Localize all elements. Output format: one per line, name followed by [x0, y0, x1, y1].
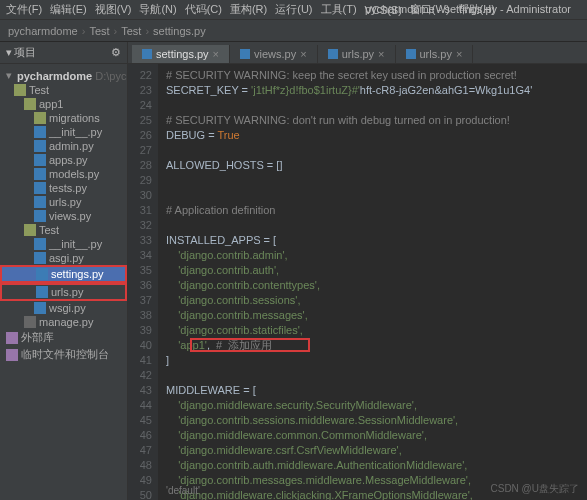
code-line[interactable]: 'django.contrib.sessions.middleware.Sess…	[166, 413, 587, 428]
tree-label: admin.py	[49, 140, 94, 152]
code-line[interactable]	[166, 218, 587, 233]
tree-item[interactable]: 临时文件和控制台	[0, 346, 127, 363]
crumb[interactable]: pycharmdome	[8, 25, 78, 37]
tree-item[interactable]: views.py	[0, 209, 127, 223]
code-line[interactable]: 'django.contrib.sessions',	[166, 293, 587, 308]
code-line[interactable]: ]	[166, 353, 587, 368]
tree-item[interactable]: admin.py	[0, 139, 127, 153]
tree-item[interactable]: tests.py	[0, 181, 127, 195]
py-icon	[34, 238, 46, 250]
editor-tab[interactable]: views.py×	[230, 45, 318, 63]
close-icon[interactable]: ×	[300, 48, 306, 60]
tree-label: tests.py	[49, 182, 87, 194]
breadcrumb: pycharmdome›Test›Test›settings.py	[0, 20, 587, 42]
sidebar-title: 项目	[14, 45, 36, 60]
py-icon	[34, 126, 46, 138]
close-icon[interactable]: ×	[456, 48, 462, 60]
code-line[interactable]: DEBUG = True	[166, 128, 587, 143]
code-line[interactable]	[166, 173, 587, 188]
code-line[interactable]: SECRET_KEY = 'j1tHf*z}d!fbo$1irtuZ}#'hft…	[166, 83, 587, 98]
tree-item[interactable]: settings.py	[2, 267, 125, 281]
code-line[interactable]	[166, 143, 587, 158]
code-line[interactable]: 'django.contrib.messages',	[166, 308, 587, 323]
code-line[interactable]: 'django.middleware.csrf.CsrfViewMiddlewa…	[166, 443, 587, 458]
code-editor[interactable]: 2223242526272829303132333435363738394041…	[128, 64, 587, 500]
tree-item[interactable]: models.py	[0, 167, 127, 181]
tree-item[interactable]: wsgi.py	[0, 301, 127, 315]
code-line[interactable]: 'django.contrib.contenttypes',	[166, 278, 587, 293]
tree-label: models.py	[49, 168, 99, 180]
py-icon	[34, 154, 46, 166]
code-line[interactable]: 'django.contrib.admin',	[166, 248, 587, 263]
structure-hint: 'default'	[166, 483, 200, 498]
crumb[interactable]: settings.py	[153, 25, 206, 37]
code-line[interactable]: ALLOWED_HOSTS = []	[166, 158, 587, 173]
editor-tab[interactable]: urls.py×	[396, 45, 474, 63]
tree-label: manage.py	[39, 316, 93, 328]
tree-label: asgi.py	[49, 252, 84, 264]
tab-label: urls.py	[420, 48, 452, 60]
chevron-down-icon: ▾	[6, 46, 12, 59]
tree-item[interactable]: manage.py	[0, 315, 127, 329]
tree-root[interactable]: ▾ pycharmdome D:\pycharmdome	[0, 68, 127, 83]
lib-icon	[6, 349, 18, 361]
code-line[interactable]: # SECURITY WARNING: keep the secret key …	[166, 68, 587, 83]
code-line[interactable]: MIDDLEWARE = [	[166, 383, 587, 398]
tree-label: Test	[29, 84, 49, 96]
tree-label: __init__.py	[49, 126, 102, 138]
crumb[interactable]: Test	[89, 25, 109, 37]
code-line[interactable]: # Application definition	[166, 203, 587, 218]
code-line[interactable]: # SECURITY WARNING: don't run with debug…	[166, 113, 587, 128]
menu-item[interactable]: 导航(N)	[139, 2, 176, 17]
tree-item[interactable]: apps.py	[0, 153, 127, 167]
code-line[interactable]	[166, 98, 587, 113]
tree-label: apps.py	[49, 154, 88, 166]
crumb[interactable]: Test	[121, 25, 141, 37]
code-line[interactable]: 'django.middleware.security.SecurityMidd…	[166, 398, 587, 413]
code-line[interactable]: 'django.middleware.common.CommonMiddlewa…	[166, 428, 587, 443]
title-ext: pycharmdome - settings.py - Administrato…	[365, 3, 571, 15]
close-icon[interactable]: ×	[378, 48, 384, 60]
code-line[interactable]: 'django.contrib.auth.middleware.Authenti…	[166, 458, 587, 473]
editor-area: settings.py×views.py×urls.py×urls.py× 22…	[128, 42, 587, 500]
gear-icon[interactable]: ⚙	[111, 46, 121, 59]
menu-item[interactable]: 文件(F)	[6, 2, 42, 17]
editor-tabs: settings.py×views.py×urls.py×urls.py×	[128, 42, 587, 64]
code-line[interactable]: 'django.contrib.staticfiles',	[166, 323, 587, 338]
tree-label: views.py	[49, 210, 91, 222]
code-line[interactable]	[166, 368, 587, 383]
tree-item[interactable]: __init__.py	[0, 237, 127, 251]
tree-item[interactable]: Test	[0, 83, 127, 97]
menu-item[interactable]: 代码(C)	[185, 2, 222, 17]
code-line[interactable]: 'django.contrib.auth',	[166, 263, 587, 278]
editor-tab[interactable]: urls.py×	[318, 45, 396, 63]
close-icon[interactable]: ×	[213, 48, 219, 60]
menu-item[interactable]: 工具(T)	[321, 2, 357, 17]
tree-item[interactable]: urls.py	[0, 195, 127, 209]
sidebar-header[interactable]: ▾ 项目 ⚙	[0, 42, 127, 64]
tree-item[interactable]: Test	[0, 223, 127, 237]
code-line[interactable]: INSTALLED_APPS = [	[166, 233, 587, 248]
tree-item[interactable]: __init__.py	[0, 125, 127, 139]
code-line[interactable]	[166, 188, 587, 203]
tab-label: views.py	[254, 48, 296, 60]
tree-label: 外部库	[21, 330, 54, 345]
line-gutter: 2223242526272829303132333435363738394041…	[128, 64, 158, 500]
tree-label: urls.py	[51, 286, 83, 298]
editor-tab[interactable]: settings.py×	[132, 45, 230, 63]
menu-item[interactable]: 视图(V)	[95, 2, 132, 17]
menu-item[interactable]: 运行(U)	[275, 2, 312, 17]
project-sidebar: ▾ 项目 ⚙ ▾ pycharmdome D:\pycharmdome Test…	[0, 42, 128, 500]
tree-item[interactable]: app1	[0, 97, 127, 111]
code-lines[interactable]: # SECURITY WARNING: keep the secret key …	[158, 64, 587, 500]
menu-item[interactable]: 编辑(E)	[50, 2, 87, 17]
tree-item[interactable]: migrations	[0, 111, 127, 125]
tree-item[interactable]: asgi.py	[0, 251, 127, 265]
menu-bar: 文件(F)编辑(E)视图(V)导航(N)代码(C)重构(R)运行(U)工具(T)…	[0, 0, 587, 20]
db-icon	[24, 316, 36, 328]
menu-item[interactable]: 重构(R)	[230, 2, 267, 17]
tree-label: settings.py	[51, 268, 104, 280]
tree-item[interactable]: 外部库	[0, 329, 127, 346]
tree-item[interactable]: urls.py	[2, 285, 125, 299]
tree-label: Test	[39, 224, 59, 236]
